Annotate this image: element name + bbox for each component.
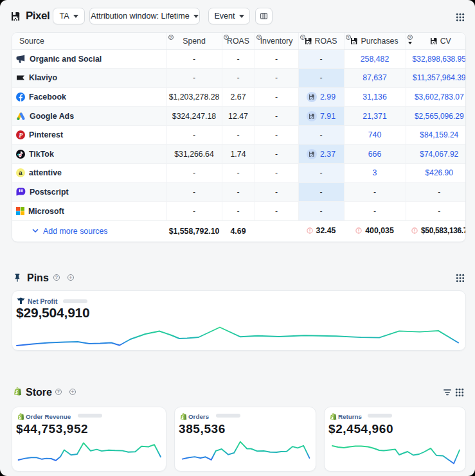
svg-text:P: P <box>19 132 23 139</box>
svg-text:a: a <box>19 170 22 177</box>
